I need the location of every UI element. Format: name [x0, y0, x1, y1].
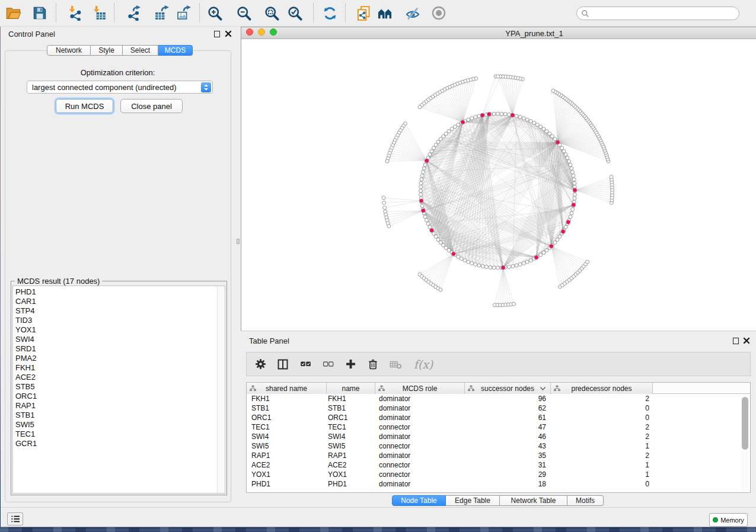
column-type-icon [250, 385, 256, 392]
table-panel-tabs: Node Table Edge Table Network Table Moti… [392, 495, 604, 507]
table-row[interactable]: FKH1FKH1dominator962 [247, 394, 750, 403]
deselect-all-icon[interactable] [321, 358, 334, 371]
table-settings-gear-icon[interactable] [254, 358, 267, 371]
memory-button[interactable]: Memory [709, 513, 748, 527]
optimization-criterion-label: Optimization criterion: [1, 68, 235, 77]
mcds-result-list[interactable]: PHD1CAR1STP4TID3YOX1SWI4SRD1PMA2FKH1ACE2… [12, 286, 225, 493]
table-scrollbar[interactable] [741, 395, 749, 492]
sort-descending-icon [540, 387, 546, 390]
delete-column-trash-icon[interactable] [366, 358, 379, 371]
search-input[interactable] [576, 7, 739, 20]
mcds-result-item[interactable]: CAR1 [13, 297, 225, 306]
tab-style[interactable]: Style [91, 45, 123, 56]
show-columns-icon[interactable] [276, 358, 289, 371]
table-row[interactable]: STB1STB1dominator620 [247, 403, 750, 413]
select-all-icon[interactable] [299, 358, 312, 371]
task-history-button[interactable] [7, 512, 23, 525]
mcds-result-item[interactable]: SWI4 [13, 335, 225, 344]
mcds-result-item[interactable]: TID3 [13, 316, 225, 325]
zoom-in-icon[interactable] [206, 4, 224, 22]
mcds-result-item[interactable]: PHD1 [13, 287, 225, 297]
network-canvas[interactable] [241, 40, 756, 331]
mcds-result-item[interactable]: YOX1 [13, 325, 225, 335]
control-panel-float-icon[interactable] [214, 31, 220, 37]
hide-selected-eye-icon[interactable] [404, 4, 422, 22]
mcds-list-scrollbar[interactable] [217, 286, 225, 493]
node-table: shared namenameMCDS rolesuccessor nodesp… [246, 382, 751, 493]
tab-node-table[interactable]: Node Table [392, 495, 446, 506]
copy-network-icon[interactable] [355, 4, 372, 22]
control-panel: Control Panel Network Style Select MCDS … [1, 27, 235, 507]
mcds-result-title: MCDS result (17 nodes) [15, 277, 102, 286]
task-list-icon [11, 515, 20, 523]
network-window-titlebar[interactable]: YPA_prune.txt_1 [241, 27, 756, 39]
mcds-result-item[interactable]: SRD1 [13, 344, 225, 354]
tab-select[interactable]: Select [123, 45, 158, 56]
mcds-result-item[interactable]: RAP1 [13, 401, 225, 411]
import-table-icon[interactable] [90, 4, 108, 22]
mcds-result-item[interactable]: SWI5 [13, 420, 225, 430]
function-builder-icon[interactable]: f(x) [412, 358, 435, 371]
desktop-wallpaper-strip [0, 527, 756, 532]
table-row[interactable]: PHD1PHD1dominator180 [247, 479, 750, 489]
column-header-shared-name[interactable]: shared name [247, 383, 327, 394]
control-panel-title: Control Panel [8, 30, 55, 39]
mcds-result-item[interactable]: STB5 [13, 382, 225, 392]
mcds-result-item[interactable]: STP4 [13, 306, 225, 316]
select-stepper-icon [201, 82, 211, 92]
table-scrollbar-thumb[interactable] [742, 397, 748, 450]
column-type-icon [554, 385, 560, 392]
table-panel-close-icon[interactable] [743, 337, 750, 344]
close-panel-button[interactable]: Close panel [120, 99, 183, 113]
save-session-icon[interactable] [31, 4, 49, 22]
tab-network-table[interactable]: Network Table [500, 495, 567, 506]
export-table-icon[interactable] [153, 4, 171, 22]
add-column-icon[interactable] [344, 358, 357, 371]
tab-motifs[interactable]: Motifs [567, 495, 604, 506]
column-type-icon [378, 385, 385, 392]
refresh-icon[interactable] [321, 4, 339, 22]
mcds-result-item[interactable]: FKH1 [13, 363, 225, 373]
mcds-result-item[interactable]: ACE2 [13, 373, 225, 382]
tab-mcds[interactable]: MCDS [158, 45, 193, 56]
zoom-selected-icon[interactable] [286, 4, 304, 22]
mcds-result-item[interactable]: PMA2 [13, 354, 225, 363]
network-view-window: YPA_prune.txt_1 [241, 27, 756, 331]
mcds-result-item[interactable]: GCR1 [13, 439, 225, 448]
desktop-wallpaper-left [0, 27, 1, 527]
zoom-out-icon[interactable] [235, 4, 253, 22]
delete-table-icon[interactable] [389, 358, 402, 371]
table-row[interactable]: ACE2ACE2connector311 [247, 460, 750, 470]
table-row[interactable]: SWI4SWI4dominator462 [247, 432, 750, 441]
mcds-result-item[interactable]: TEC1 [13, 430, 225, 439]
mcds-result-item[interactable]: STB1 [13, 411, 225, 420]
export-network-icon[interactable] [125, 4, 142, 22]
tab-network[interactable]: Network [47, 45, 91, 56]
import-network-icon[interactable] [66, 4, 84, 22]
column-header-MCDS-role[interactable]: MCDS role [375, 383, 465, 394]
status-bar: Memory [0, 507, 756, 527]
open-file-icon[interactable] [5, 4, 23, 22]
export-image-icon[interactable] [175, 4, 193, 22]
memory-label: Memory [720, 517, 744, 524]
tab-edge-table[interactable]: Edge Table [446, 495, 500, 506]
mcds-result-group: MCDS result (17 nodes) PHD1CAR1STP4TID3Y… [11, 281, 227, 495]
column-header-successor-nodes[interactable]: successor nodes [465, 383, 551, 394]
zoom-fit-icon[interactable] [263, 4, 280, 22]
run-mcds-button[interactable]: Run MCDS [56, 99, 113, 113]
column-header-name[interactable]: name [327, 383, 375, 394]
table-row[interactable]: RAP1RAP1dominator352 [247, 451, 750, 460]
table-row[interactable]: SWI5SWI5connector431 [247, 441, 750, 451]
table-row[interactable]: ORC1ORC1dominator610 [247, 413, 750, 422]
table-row[interactable]: YOX1YOX1connector291 [247, 470, 750, 479]
column-header-predecessor-nodes[interactable]: predecessor nodes [551, 383, 653, 394]
table-row[interactable]: TEC1TEC1connector472 [247, 422, 750, 432]
panel-splitter-handle[interactable] [237, 239, 240, 244]
mcds-result-item[interactable]: ORC1 [13, 392, 225, 401]
control-panel-close-icon[interactable] [225, 30, 232, 37]
first-neighbors-icon[interactable] [376, 4, 394, 22]
table-panel-title: Table Panel [249, 336, 289, 345]
show-all-eye-icon[interactable] [430, 4, 448, 22]
criterion-select[interactable]: largest connected component (undirected) [27, 81, 213, 94]
table-panel-float-icon[interactable] [733, 338, 739, 344]
